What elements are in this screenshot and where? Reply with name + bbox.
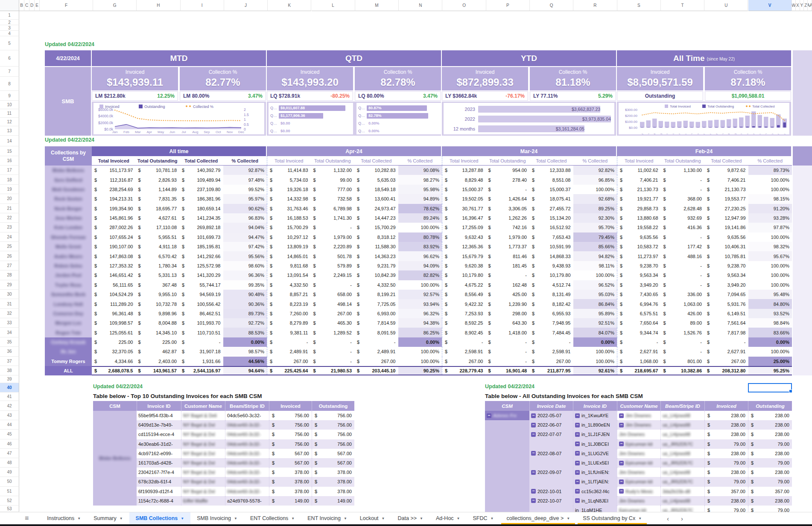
column-header-X[interactable]: X bbox=[796, 0, 800, 11]
collapse-icon[interactable]: – bbox=[575, 461, 580, 465]
collapse-icon[interactable]: – bbox=[531, 451, 536, 456]
row-header-18[interactable]: 18 bbox=[0, 175, 19, 184]
collapse-icon[interactable]: – bbox=[575, 451, 580, 456]
column-header-U[interactable]: U bbox=[704, 0, 748, 11]
row-header-31[interactable]: 31 bbox=[0, 299, 19, 308]
collapse-icon[interactable]: – bbox=[575, 489, 580, 494]
tab-menu-arrow-icon[interactable]: ▼ bbox=[181, 517, 184, 520]
column-header-M[interactable]: M bbox=[355, 0, 399, 11]
row-header-29[interactable]: 29 bbox=[0, 280, 19, 290]
collapse-icon[interactable]: – bbox=[487, 413, 491, 418]
row-header-38[interactable]: 38 bbox=[0, 366, 19, 375]
column-header-AA[interactable]: AA bbox=[808, 0, 812, 11]
column-header-Z[interactable]: Z bbox=[804, 0, 808, 11]
sheet-tab-ent-invoicing[interactable]: ENT Invoicing▼ bbox=[301, 512, 353, 524]
tab-menu-arrow-icon[interactable]: ▼ bbox=[344, 517, 347, 520]
tab-menu-arrow-icon[interactable]: ▼ bbox=[120, 517, 123, 520]
row-header-22[interactable]: 22 bbox=[0, 213, 19, 223]
row-header-42[interactable]: 42 bbox=[0, 401, 19, 411]
column-header-K[interactable]: K bbox=[268, 0, 311, 11]
tab-menu-arrow-icon[interactable]: ▼ bbox=[638, 517, 642, 520]
sheet-tab-instructions[interactable]: Instructions▼ bbox=[41, 512, 87, 524]
tab-menu-arrow-icon[interactable]: ▼ bbox=[291, 517, 295, 520]
row-header-26[interactable]: 26 bbox=[0, 251, 19, 261]
row-header-7[interactable]: 7 bbox=[0, 67, 19, 77]
column-header-W[interactable]: W bbox=[792, 0, 796, 11]
row-header-46[interactable]: 46 bbox=[0, 439, 19, 449]
selected-cell-V40[interactable] bbox=[748, 383, 792, 392]
column-header-Y[interactable]: Y bbox=[800, 0, 804, 11]
column-header-B[interactable]: B bbox=[19, 0, 24, 11]
collapse-icon[interactable]: – bbox=[575, 413, 580, 418]
row-header-36[interactable]: 36 bbox=[0, 347, 19, 356]
row-header-37[interactable]: 37 bbox=[0, 357, 19, 366]
row-header-47[interactable]: 47 bbox=[0, 449, 19, 458]
row-header-17[interactable]: 17 bbox=[0, 166, 19, 175]
row-header-4[interactable]: 4 bbox=[0, 31, 19, 36]
row-header-50[interactable]: 50 bbox=[0, 477, 19, 486]
collapse-icon[interactable]: – bbox=[575, 423, 580, 427]
collapse-icon[interactable]: – bbox=[619, 480, 624, 484]
column-header-L[interactable]: L bbox=[312, 0, 355, 11]
column-header-F[interactable]: F bbox=[40, 0, 93, 11]
row-header-41[interactable]: 41 bbox=[0, 392, 19, 401]
collapse-icon[interactable]: – bbox=[575, 432, 580, 437]
row-header-51[interactable]: 51 bbox=[0, 487, 19, 496]
sheet-tab-summary[interactable]: Summary▼ bbox=[87, 512, 129, 524]
grid-corner[interactable] bbox=[0, 0, 19, 11]
row-header-14[interactable]: 14 bbox=[0, 136, 19, 146]
row-header-3[interactable]: 3 bbox=[0, 25, 19, 31]
column-header-E[interactable]: E bbox=[35, 0, 40, 11]
row-header-48[interactable]: 48 bbox=[0, 458, 19, 468]
column-header-D[interactable]: D bbox=[29, 0, 35, 11]
collapse-icon[interactable]: – bbox=[575, 480, 580, 484]
collapse-icon[interactable]: – bbox=[575, 470, 580, 475]
column-header-T[interactable]: T bbox=[661, 0, 704, 11]
column-header-N[interactable]: N bbox=[399, 0, 442, 11]
collapse-icon[interactable]: – bbox=[531, 432, 536, 437]
sheet-tab-sfdc[interactable]: SFDC▼ bbox=[467, 512, 500, 524]
column-header-V[interactable]: V bbox=[748, 0, 792, 11]
collapse-icon[interactable]: – bbox=[619, 423, 624, 427]
sheet-tab-lockout[interactable]: Lockout▼ bbox=[353, 512, 391, 524]
row-header-11[interactable]: 11 bbox=[0, 109, 19, 118]
collapse-icon[interactable]: – bbox=[575, 442, 580, 446]
column-header-I[interactable]: I bbox=[181, 0, 224, 11]
collapse-icon[interactable]: – bbox=[619, 461, 624, 465]
row-header-10[interactable]: 10 bbox=[0, 101, 19, 109]
row-header-32[interactable]: 32 bbox=[0, 309, 19, 318]
row-header-25[interactable]: 25 bbox=[0, 242, 19, 251]
row-header-27[interactable]: 27 bbox=[0, 261, 19, 270]
collapse-icon[interactable]: – bbox=[619, 489, 624, 494]
tab-menu-arrow-icon[interactable]: ▼ bbox=[382, 517, 385, 520]
sheet-tab-collections-deep-dive-[interactable]: collections_deep_dive >▼ bbox=[500, 512, 576, 524]
row-header-30[interactable]: 30 bbox=[0, 290, 19, 299]
row-header-2[interactable]: 2 bbox=[0, 20, 19, 25]
row-header-9[interactable]: 9 bbox=[0, 91, 19, 101]
tab-menu-arrow-icon[interactable]: ▼ bbox=[234, 517, 237, 520]
row-header-13[interactable]: 13 bbox=[0, 126, 19, 136]
collapse-icon[interactable]: – bbox=[531, 498, 536, 503]
collapse-icon[interactable]: – bbox=[619, 442, 624, 446]
row-header-20[interactable]: 20 bbox=[0, 194, 19, 203]
row-header-35[interactable]: 35 bbox=[0, 337, 19, 347]
sheet-tab-ad-hoc[interactable]: Ad-Hoc▼ bbox=[429, 512, 467, 524]
all-sheets-menu-icon[interactable]: ≡ bbox=[25, 514, 29, 522]
collapse-icon[interactable]: – bbox=[619, 413, 624, 418]
collapse-icon[interactable]: – bbox=[575, 498, 580, 503]
tab-menu-arrow-icon[interactable]: ▼ bbox=[457, 517, 460, 520]
tab-scroll-left-icon[interactable]: ‹ bbox=[661, 515, 675, 522]
row-header-44[interactable]: 44 bbox=[0, 420, 19, 430]
row-header-52[interactable]: 52 bbox=[0, 496, 19, 506]
row-header-43[interactable]: 43 bbox=[0, 411, 19, 420]
row-header-1[interactable]: 1 bbox=[0, 11, 19, 20]
column-header-G[interactable]: G bbox=[93, 0, 137, 11]
tab-scroll-right-icon[interactable]: › bbox=[675, 515, 689, 522]
tab-menu-arrow-icon[interactable]: ▼ bbox=[567, 517, 570, 520]
row-header-39[interactable]: 39 bbox=[0, 375, 19, 383]
row-header-12[interactable]: 12 bbox=[0, 118, 19, 126]
row-header-33[interactable]: 33 bbox=[0, 318, 19, 328]
column-header-C[interactable]: C bbox=[24, 0, 29, 11]
collapse-icon[interactable]: – bbox=[531, 423, 536, 427]
column-header-S[interactable]: S bbox=[617, 0, 661, 11]
